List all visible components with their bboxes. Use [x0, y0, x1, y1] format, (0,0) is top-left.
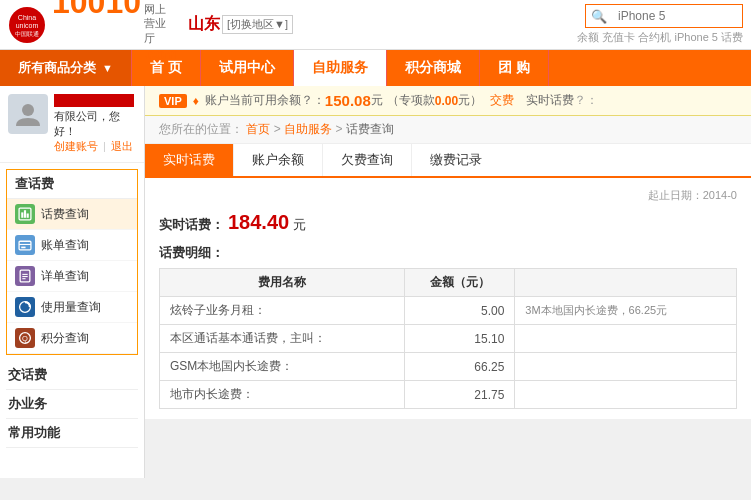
- fee-amount-cell: 21.75: [405, 381, 515, 409]
- breadcrumb-service[interactable]: 自助服务: [284, 122, 332, 136]
- header: China unicom 中国联通 10010 网上营业厅 .com 山东 [切…: [0, 0, 751, 50]
- vip-icon: ♦: [193, 94, 199, 108]
- sidebar-item-usage[interactable]: 使用量查询: [7, 292, 137, 323]
- sidebar-section-title-chafee: 查话费: [7, 170, 137, 199]
- top-links: 余额 充值卡 合约机 iPhone 5 话费: [577, 30, 743, 45]
- nav-home[interactable]: 首 页: [132, 50, 201, 86]
- user-section: 有限公司，您好！ 创建账号 | 退出: [0, 86, 144, 163]
- sidebar-section-chafee: 查话费 话费查询 账单查询 详单查询: [6, 169, 138, 355]
- nav-points[interactable]: 积分商城: [387, 50, 480, 86]
- fee-amount-cell: 15.10: [405, 325, 515, 353]
- fee-name-cell: 炫铃子业务月租：: [160, 297, 405, 325]
- breadcrumb-prefix: 您所在的位置：: [159, 122, 243, 136]
- fee-name-cell: 本区通话基本通话费，主叫：: [160, 325, 405, 353]
- nav-trial[interactable]: 试用中心: [201, 50, 294, 86]
- table-row: 地市内长途费：21.75: [160, 381, 737, 409]
- tab-account[interactable]: 账户余额: [234, 144, 323, 176]
- avatar: [8, 94, 48, 134]
- points-label: 积分查询: [41, 330, 89, 347]
- tab-bar: 实时话费 账户余额 欠费查询 缴费记录: [145, 144, 751, 178]
- tab-payment[interactable]: 缴费记录: [412, 144, 500, 176]
- fee-amount-cell: 66.25: [405, 353, 515, 381]
- sidebar-business-title[interactable]: 办业务: [6, 390, 138, 419]
- nav-all-categories[interactable]: 所有商品分类 ▼: [0, 50, 132, 86]
- fee-desc-cell: [515, 381, 737, 409]
- content-area: VIP ♦ 账户当前可用余额？： 150.08 元 （专项款 0.00 元） 交…: [145, 86, 751, 478]
- search-input[interactable]: [612, 5, 742, 27]
- svg-rect-8: [27, 213, 29, 217]
- svg-text:Q: Q: [22, 334, 28, 343]
- account-icon: [15, 235, 35, 255]
- region-switch[interactable]: [切换地区▼]: [222, 15, 293, 34]
- account-label: 账单查询: [41, 237, 89, 254]
- svg-rect-6: [21, 212, 23, 217]
- fee-desc-cell: [515, 325, 737, 353]
- breadcrumb-home[interactable]: 首页: [246, 122, 270, 136]
- region-area: 山东 [切换地区▼]: [188, 14, 293, 35]
- fee-table: 费用名称 金额（元） 炫铃子业务月租：5.003M本地国内长途费，66.25元本…: [159, 268, 737, 409]
- col-desc: [515, 269, 737, 297]
- sidebar-item-detail[interactable]: 详单查询: [7, 261, 137, 292]
- breadcrumb-bar: 您所在的位置： 首页 > 自助服务 > 话费查询: [145, 116, 751, 144]
- balance-amount: 150.08: [325, 92, 371, 109]
- exchange-link[interactable]: 交费: [490, 92, 514, 109]
- sidebar-item-points[interactable]: Q 积分查询: [7, 323, 137, 354]
- logo-number: 10010: [52, 0, 141, 18]
- fee-desc-cell: 3M本地国内长途费，66.25元: [515, 297, 737, 325]
- sidebar-item-realtime[interactable]: 话费查询: [7, 199, 137, 230]
- sidebar-jiaofee-title[interactable]: 交话费: [6, 361, 138, 390]
- fee-name-cell: 地市内长途费：: [160, 381, 405, 409]
- nav-self-service[interactable]: 自助服务: [294, 50, 387, 86]
- tab-realtime[interactable]: 实时话费: [145, 144, 234, 176]
- sidebar-common-title[interactable]: 常用功能: [6, 419, 138, 448]
- action-sep: |: [103, 140, 106, 152]
- balance-unit: 元: [371, 92, 383, 109]
- vip-badge: VIP: [159, 94, 187, 108]
- region-name: 山东: [188, 14, 220, 35]
- content-body: 起止日期：2014-0 实时话费： 184.40 元 话费明细： 费用名称 金额…: [145, 178, 751, 419]
- realtime-label: 话费查询: [41, 206, 89, 223]
- svg-rect-7: [24, 210, 26, 218]
- question-mark[interactable]: ？：: [574, 92, 598, 109]
- user-info: 有限公司，您好！ 创建账号 | 退出: [54, 94, 136, 154]
- special-amount: 0.00: [435, 94, 458, 108]
- table-row: 本区通话基本通话费，主叫：15.10: [160, 325, 737, 353]
- balance-text: 账户当前可用余额？：: [205, 92, 325, 109]
- svg-text:中国联通: 中国联通: [15, 31, 39, 37]
- svg-point-4: [22, 104, 34, 116]
- search-area: 🔍 余额 充值卡 合约机 iPhone 5 话费: [577, 4, 743, 45]
- sidebar: 有限公司，您好！ 创建账号 | 退出 查话费 话费查询: [0, 86, 145, 478]
- breadcrumb-sep2: >: [335, 122, 345, 136]
- special-text: （专项款: [387, 92, 435, 109]
- realtime-fee-label-vip: 实时话费: [526, 92, 574, 109]
- realtime-fee-section: 实时话费： 184.40 元: [159, 211, 737, 234]
- date-info: 起止日期：2014-0: [159, 188, 737, 203]
- user-company: 有限公司，您好！: [54, 109, 136, 139]
- nav-arrow-icon: ▼: [102, 62, 113, 74]
- realtime-fee-value: 184.40: [228, 211, 289, 234]
- fee-detail-title: 话费明细：: [159, 244, 737, 262]
- fee-desc-cell: [515, 353, 737, 381]
- create-account-link[interactable]: 创建账号: [54, 140, 98, 152]
- logout-link[interactable]: 退出: [111, 140, 133, 152]
- col-amount: 金额（元）: [405, 269, 515, 297]
- svg-rect-9: [19, 241, 31, 250]
- realtime-fee-unit: 元: [293, 216, 306, 234]
- detail-label: 详单查询: [41, 268, 89, 285]
- unicom-logo: China unicom 中国联通: [8, 6, 46, 44]
- main-layout: 有限公司，您好！ 创建账号 | 退出 查话费 话费查询: [0, 86, 751, 478]
- tab-overdue[interactable]: 欠费查询: [323, 144, 412, 176]
- detail-icon: [15, 266, 35, 286]
- sidebar-item-account[interactable]: 账单查询: [7, 230, 137, 261]
- breadcrumb-sep1: >: [274, 122, 284, 136]
- points-icon: Q: [15, 328, 35, 348]
- col-name: 费用名称: [160, 269, 405, 297]
- svg-text:China: China: [18, 14, 36, 21]
- nav-group[interactable]: 团 购: [480, 50, 549, 86]
- navbar: 所有商品分类 ▼ 首 页 试用中心 自助服务 积分商城 团 购: [0, 50, 751, 86]
- breadcrumb-current: 话费查询: [346, 122, 394, 136]
- sidebar-section2: 交话费 办业务 常用功能: [6, 361, 138, 448]
- svg-rect-11: [21, 247, 25, 249]
- fee-amount-cell: 5.00: [405, 297, 515, 325]
- fee-name-cell: GSM本地国内长途费：: [160, 353, 405, 381]
